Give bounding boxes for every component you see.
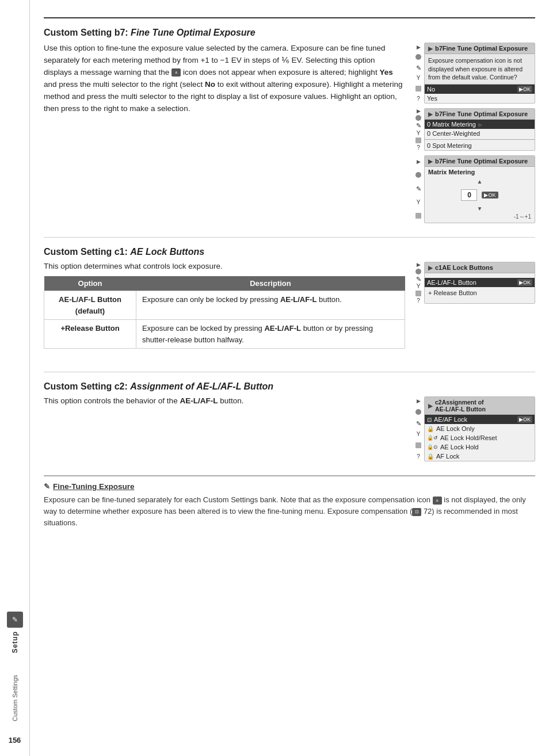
section-c1-heading: Custom Setting c1: AE Lock Buttons (44, 247, 535, 257)
b7-row2-label: Yes (427, 95, 437, 102)
sidebar: ✎ Setup Custom Settings 156 (0, 0, 30, 756)
c2-side-icons: ▶ ✎ Y ? (414, 396, 422, 461)
c1-table-row1: AE-L/AF-L Button(default) Exposure can o… (44, 291, 405, 320)
b7-screen2-row3: 0 Spot Metering (425, 141, 535, 150)
c2-row3-icon: 🔒↺ (427, 435, 438, 441)
side-q2: ? (414, 144, 422, 151)
b7-s2-r1-arrow: ▶ (478, 121, 483, 128)
b7-s2-r1-label: 0 Matrix Metering (427, 121, 476, 128)
c1-screen: ▶ c1AE Lock Buttons AE-L/AF-L Button ▶OK… (424, 262, 535, 304)
b7-screen1-warning: Exposure compensation icon is not displa… (425, 54, 535, 85)
b7-screen2-row1: 0 Matrix Metering ▶ (425, 120, 535, 129)
c2-side-y: Y (414, 431, 422, 437)
note-text1: Exposure can be fine-tuned separately fo… (44, 495, 430, 504)
b7-s2-divider (425, 139, 535, 140)
c1-row2-option: +Release Button (44, 320, 136, 349)
b7-screen1-header: ▶ b7Fine Tune Optimal Exposure (425, 43, 535, 54)
c1-screen-header: ▶ c1AE Lock Buttons (425, 262, 535, 273)
b7-s2-r3-label: 0 Spot Metering (427, 142, 472, 149)
c2-r2-label: AE Lock Only (436, 425, 475, 432)
c1-th-option: Option (44, 276, 136, 291)
note-box: ✎ Fine-Tuning Exposure Exposure can be f… (44, 475, 535, 529)
c1-screenshots: ▶ ✎ Y ? ▶ c1AE Lock Buttons (414, 262, 535, 358)
b7-row1-label: No (427, 86, 435, 93)
c1-r2-label: + Release Button (428, 289, 477, 296)
c2-intro-bold: AE-L/AF-L (180, 396, 218, 405)
header-arrow3: ▶ (428, 158, 433, 165)
b7-slider-value: 0 (461, 189, 477, 201)
c2-side-pencil: ✎ (414, 420, 422, 427)
section-b7-heading: Custom Setting b7: Fine Tune Optimal Exp… (44, 28, 535, 38)
b7-screen2-header: ▶ b7Fine Tune Optimal Exposure (425, 109, 535, 120)
c1-intro: This option determines what controls loc… (44, 262, 405, 270)
c1-th-description: Description (136, 276, 405, 291)
b7-side-icons1: ▶ ✎ Y ? (414, 43, 422, 104)
ev-icon: ± (171, 68, 181, 77)
note-text: Exposure can be fine-tuned separately fo… (44, 494, 535, 529)
c1-option-table: Option Description AE-L/AF-L Button(defa… (44, 276, 405, 349)
c1-side-q: ? (414, 297, 422, 304)
side-dot3 (415, 172, 421, 178)
side-arrow3: ▶ (414, 159, 422, 165)
c1-side-y: Y (414, 283, 422, 289)
b7-screen3-header: ▶ b7Fine Tune Optimal Exposure (425, 156, 535, 167)
c1-left: This option determines what controls loc… (44, 262, 405, 358)
side-dot1 (415, 54, 421, 60)
c2-side-q: ? (414, 453, 422, 460)
side-menu2 (415, 138, 421, 143)
c1-side-menu (415, 291, 421, 296)
c2-screen-row5: 🔒 AF Lock (425, 452, 535, 461)
b7-screen1-header-text: b7Fine Tune Optimal Exposure (435, 45, 528, 52)
c1-side-icons: ▶ ✎ Y ? (414, 262, 422, 304)
c2-content-row: This option controls the behavior of the… (44, 396, 535, 461)
c2-r3-label: AE Lock Hold/Reset (440, 434, 497, 441)
custom-settings-label: Custom Settings (12, 675, 18, 721)
side-dot2 (415, 115, 421, 121)
b7-screen1: ▶ b7Fine Tune Optimal Exposure Exposure … (424, 43, 535, 104)
c2-r1-ok: ▶OK (517, 416, 532, 423)
c1-screen-header-text: c1AE Lock Buttons (435, 264, 493, 271)
b7-screen3-wrapper: ▶ ✎ Y ▶ b7Fine Tune Optimal Exposure Mat… (414, 155, 535, 223)
b7-heading-italic: Fine Tune Optimal Exposure (131, 28, 256, 37)
section-b7: Custom Setting b7: Fine Tune Optimal Exp… (44, 28, 535, 223)
c2-row5-icon: 🔒 (427, 453, 434, 460)
section-c1: Custom Setting c1: AE Lock Buttons This … (44, 247, 535, 358)
b7-row1-ok: ▶OK (517, 86, 532, 93)
c2-intro: This option controls the behavior of the… (44, 396, 405, 405)
b7-screen3: ▶ b7Fine Tune Optimal Exposure Matrix Me… (424, 155, 535, 223)
c1-row1-desc: Exposure can only be locked by pressing … (136, 291, 405, 320)
c2-side-menu (415, 442, 421, 448)
c2-screen-row4: 🔒⊙ AE Lock Hold (425, 442, 535, 452)
header-arrow1: ▶ (428, 45, 433, 52)
header-arrow2: ▶ (428, 111, 433, 117)
c1-r1-label: AE-L/AF-L Button (427, 279, 476, 286)
c2-r5-label: AF Lock (436, 453, 459, 460)
side-q1: ? (414, 96, 422, 102)
side-arrow2: ▶ (414, 108, 422, 114)
note-pencil-icon: ✎ (44, 482, 50, 491)
page-number: 156 (9, 736, 21, 744)
c1-screen-spacer (425, 273, 535, 278)
b7-arrow-down: ▼ (477, 205, 483, 212)
b7-slider-ok: ▶OK (482, 192, 498, 198)
b7-arrow-up: ▲ (477, 178, 483, 185)
note-heading-text: Fine-Tuning Exposure (53, 482, 135, 491)
c1-r1-ok: ▶OK (517, 279, 532, 286)
main-content: Custom Setting b7: Fine Tune Optimal Exp… (30, 0, 549, 756)
note-heading: ✎ Fine-Tuning Exposure (44, 482, 535, 491)
section-c2-heading: Custom Setting c2: Assignment of AE-L/AF… (44, 381, 535, 392)
b7-bold2: No (205, 80, 215, 89)
b7-screen1-row1: No ▶OK (425, 85, 535, 94)
c1-side-dot (415, 269, 421, 274)
c2-heading-prefix: Custom Setting c2: (44, 381, 130, 391)
b7-text3: and press the multi selector to the righ… (44, 80, 205, 89)
c2-screen-row2: 🔒 AE Lock Only (425, 424, 535, 433)
b7-heading-prefix: Custom Setting b7: (44, 28, 131, 37)
c2-side-arrow: ▶ (414, 398, 422, 404)
c1-screen-row2: + Release Button (425, 287, 535, 299)
c2-heading-italic: Assignment of AE-L/AF-L Button (130, 381, 273, 391)
c1-row1-option: AE-L/AF-L Button(default) (44, 291, 136, 320)
c1-screen-row1: AE-L/AF-L Button ▶OK (425, 278, 535, 287)
c2-screenshots: ▶ ✎ Y ? ▶ c2Assignment ofAE-L/AF-L Butto… (414, 396, 535, 461)
b7-bold1: Yes (379, 68, 392, 77)
